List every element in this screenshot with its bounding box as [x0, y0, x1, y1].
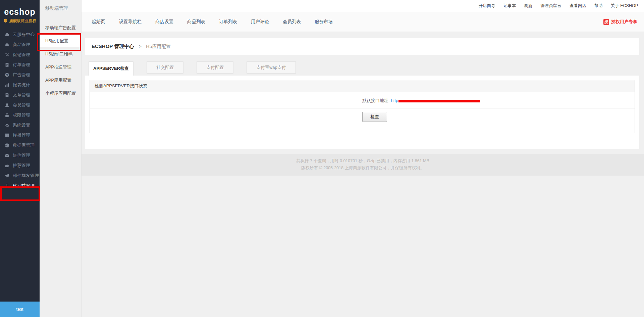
page-footer: 共执行 7 个查询，用时 0.010701 秒，Gzip 已禁用，内存占用 1.…	[82, 154, 644, 176]
top-link-admin-message[interactable]: 管理员留言	[540, 3, 561, 9]
nav-link-user-comments[interactable]: 用户评论	[251, 19, 269, 25]
sidebar-item-report[interactable]: 报表统计	[0, 80, 40, 90]
sidebar-item-permission[interactable]: 权限管理	[0, 110, 40, 120]
submenu-item-app-push[interactable]: APP推送管理	[40, 60, 81, 74]
sidebar-item-promotion[interactable]: 促销管理	[0, 50, 40, 60]
cloud-icon	[4, 32, 10, 37]
top-link-view-shop[interactable]: 查看网店	[570, 3, 586, 9]
sidebar-item-cloud[interactable]: 云服务中心	[0, 30, 40, 40]
main-area: 开店向导 记事本 刷新 管理员留言 查看网店 帮助 关于 ECSHOP 起始页 …	[82, 0, 644, 317]
nav-link-member-list[interactable]: 会员列表	[283, 19, 301, 25]
authorized-user-badge[interactable]: 授 授权用户专享	[603, 19, 637, 25]
report-icon	[4, 83, 10, 87]
sidebar-item-mobile[interactable]: 移动端管理	[0, 181, 40, 191]
sms-icon	[4, 153, 10, 158]
nav-link-nav-settings[interactable]: 设置导航栏	[119, 19, 142, 25]
submenu-item-mobile-ad-config[interactable]: 移动端广告配置	[40, 21, 81, 34]
nav-link-service-market[interactable]: 服务市场	[315, 19, 333, 25]
breadcrumb-root[interactable]: ECSHOP 管理中心	[92, 43, 134, 49]
sidebar-item-label: 邮件群发管理	[13, 173, 39, 179]
sidebar-item-label: 广告管理	[13, 72, 30, 78]
sidebar-item-template[interactable]: 模板管理	[0, 130, 40, 140]
sidebar-item-label: 数据库管理	[13, 142, 35, 148]
api-address-link[interactable]: http	[391, 98, 398, 103]
top-link-shop-wizard[interactable]: 开店向导	[479, 3, 495, 9]
sidebar-item-member[interactable]: 会员管理	[0, 100, 40, 110]
nav-link-order-list[interactable]: 订单列表	[219, 19, 237, 25]
sidebar-item-article[interactable]: 文章管理	[0, 90, 40, 100]
template-icon	[4, 133, 10, 138]
submenu-item-h5-shop-qrcode[interactable]: H5店铺二维码	[40, 47, 81, 60]
breadcrumb: ECSHOP 管理中心 > H5应用配置	[85, 38, 639, 55]
submenu-title: 移动端管理	[40, 0, 81, 17]
svg-text:AD: AD	[6, 74, 8, 76]
tab-alipay-wap[interactable]: 支付宝wap支付	[247, 61, 296, 74]
article-icon	[4, 93, 10, 97]
top-link-refresh[interactable]: 刷新	[524, 3, 532, 9]
submenu-item-h5-app-config[interactable]: H5应用配置	[40, 34, 81, 47]
goods-icon	[4, 42, 10, 47]
promotion-icon	[4, 52, 10, 57]
member-icon	[4, 103, 10, 107]
email-icon	[4, 173, 10, 178]
license-badge: 旗舰版商业授权	[0, 18, 40, 24]
sidebar-item-label: 系统设置	[13, 122, 30, 128]
footer-stats: 共执行 7 个查询，用时 0.010701 秒，Gzip 已禁用，内存占用 1.…	[82, 157, 644, 165]
tab-bar: APPSERVER检查 社交配置 支付配置 支付宝wap支付	[85, 61, 639, 76]
auth-icon: 授	[603, 19, 609, 25]
main-sidebar: ecshop 旗舰版商业授权 云服务中心 商品管理 促销管理 订单管理 AD广告…	[0, 0, 40, 317]
sidebar-item-label: 推荐管理	[13, 163, 30, 169]
check-button[interactable]: 检查	[362, 112, 387, 122]
sidebar-item-label: 报表统计	[13, 82, 30, 88]
sidebar-item-email[interactable]: 邮件群发管理	[0, 171, 40, 181]
address-label: 默认接口地址:	[362, 98, 390, 103]
order-icon	[4, 62, 10, 67]
sidebar-item-order[interactable]: 订单管理	[0, 60, 40, 70]
ecshop-logo: ecshop	[0, 7, 40, 17]
top-link-about[interactable]: 关于 ECSHOP	[611, 3, 638, 9]
top-link-help[interactable]: 帮助	[594, 3, 603, 9]
sidebar-item-label: 移动端管理	[13, 183, 35, 189]
recommend-icon	[4, 163, 10, 168]
tab-payment-config[interactable]: 支付配置	[197, 61, 233, 74]
ad-icon: AD	[4, 73, 10, 77]
logged-in-user[interactable]: test	[0, 302, 40, 317]
check-button-row: 检查	[90, 108, 635, 133]
sidebar-item-label: 订单管理	[13, 62, 30, 68]
top-link-notepad[interactable]: 记事本	[503, 3, 516, 9]
nav-link-start-page[interactable]: 起始页	[92, 19, 105, 25]
breadcrumb-separator: >	[139, 44, 142, 49]
appserver-check-panel: 检测APPSERVER接口状态 默认接口地址:http 检查	[90, 80, 635, 133]
submenu-item-miniprogram-config[interactable]: 小程序应用配置	[40, 87, 81, 100]
panel-header: 检测APPSERVER接口状态	[90, 80, 635, 92]
sidebar-item-label: 云服务中心	[13, 32, 35, 38]
nav-link-goods-list[interactable]: 商品列表	[187, 19, 205, 25]
sidebar-item-label: 商品管理	[13, 42, 30, 48]
sidebar-item-label: 促销管理	[13, 52, 30, 58]
nav-link-shop-settings[interactable]: 商店设置	[155, 19, 173, 25]
sidebar-item-label: 文章管理	[13, 92, 30, 98]
sidebar-item-label: 会员管理	[13, 102, 30, 108]
tab-social-config[interactable]: 社交配置	[147, 61, 183, 74]
sidebar-item-label: 权限管理	[13, 112, 30, 118]
sidebar-item-database[interactable]: 数据库管理	[0, 140, 40, 150]
sidebar-item-ad[interactable]: AD广告管理	[0, 70, 40, 80]
sidebar-item-label: 模板管理	[13, 132, 30, 138]
sidebar-item-recommend[interactable]: 推荐管理	[0, 161, 40, 171]
shield-icon	[3, 18, 8, 24]
breadcrumb-current: H5应用配置	[146, 44, 171, 49]
mobile-icon	[4, 183, 10, 188]
sidebar-item-goods[interactable]: 商品管理	[0, 40, 40, 50]
tab-content-card: 检测APPSERVER接口状态 默认接口地址:http 检查	[85, 76, 639, 149]
sidebar-menu: 云服务中心 商品管理 促销管理 订单管理 AD广告管理 报表统计 文章管理 会员…	[0, 30, 40, 191]
submenu-item-app-config[interactable]: APP应用配置	[40, 74, 81, 87]
auth-badge-label: 授权用户专享	[611, 19, 637, 25]
tab-appserver-check[interactable]: APPSERVER检查	[89, 61, 133, 76]
secondary-nav-bar: 起始页 设置导航栏 商店设置 商品列表 订单列表 用户评论 会员列表 服务市场 …	[82, 12, 644, 32]
sidebar-item-label: 短信管理	[13, 152, 30, 158]
top-link-bar: 开店向导 记事本 刷新 管理员留言 查看网店 帮助 关于 ECSHOP	[82, 0, 644, 12]
redaction-bar	[398, 100, 480, 102]
footer-copyright: 版权所有 © 2005-2018 上海商派软件有限公司，并保留所有权利。	[82, 165, 644, 172]
sidebar-item-sms[interactable]: 短信管理	[0, 150, 40, 161]
sidebar-item-system[interactable]: 系统设置	[0, 120, 40, 130]
